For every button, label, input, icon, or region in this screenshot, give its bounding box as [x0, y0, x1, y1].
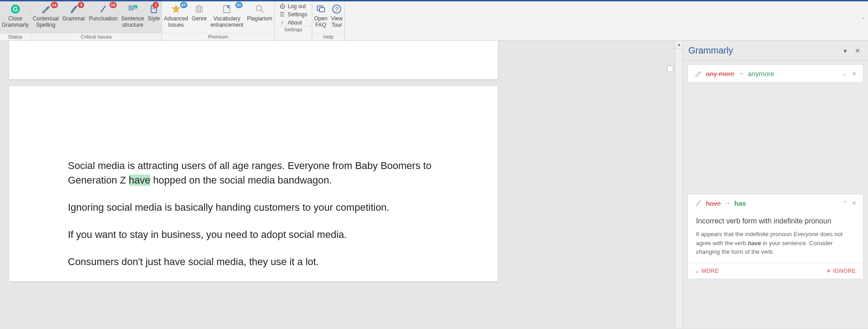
power-icon: ⏻ — [279, 3, 286, 10]
sliders-icon: ☰ — [279, 11, 286, 18]
document-text[interactable]: Social media is attracting users of all … — [68, 159, 439, 269]
vertical-scrollbar[interactable]: ▲ — [675, 41, 682, 328]
grammar-button[interactable]: 3 Grammar — [61, 1, 87, 33]
svg-line-15 — [261, 10, 263, 13]
workspace: Social media is attracting users of all … — [0, 41, 868, 328]
svg-text:✓: ✓ — [134, 5, 137, 9]
x-icon: ✕ — [826, 268, 831, 274]
group-label-status: Status — [0, 33, 30, 40]
svg-rect-4 — [129, 9, 134, 10]
about-button[interactable]: iAbout — [279, 19, 307, 26]
punctuation-button[interactable]: 15 Punctuation — [87, 1, 119, 33]
group-label-critical: Critical Issues — [31, 33, 162, 40]
previous-page — [9, 41, 498, 79]
bookmark-book-icon — [221, 4, 232, 15]
svg-line-2 — [101, 6, 105, 12]
svg-rect-12 — [200, 7, 202, 12]
document-page[interactable]: Social media is attracting users of all … — [9, 86, 498, 281]
close-grammarly-button[interactable]: G CloseGrammarly — [0, 1, 30, 33]
suggestion-title: Incorrect verb form with indefinite pron… — [696, 217, 855, 225]
highlighted-error[interactable]: have — [129, 174, 151, 186]
expand-icon[interactable]: ⌄ — [842, 70, 847, 77]
sentence-structure-button[interactable]: ✓ Sentencestructure — [119, 1, 146, 33]
badge: 47 — [180, 2, 187, 8]
suggestion-card-collapsed[interactable]: any more → anymore ⌄ ✕ — [687, 64, 863, 82]
page-marker[interactable] — [667, 66, 673, 72]
ignore-button[interactable]: ✕IGNORE — [826, 268, 856, 274]
collapse-icon[interactable]: ⌃ — [842, 200, 847, 207]
pencil-icon — [694, 69, 702, 77]
panel-menu-icon[interactable]: ▾ — [840, 46, 850, 56]
page-gutter — [666, 41, 675, 328]
original-text: have — [706, 199, 721, 207]
svg-rect-10 — [196, 6, 198, 12]
panel-close-icon[interactable]: ✕ — [853, 46, 863, 56]
dismiss-icon[interactable]: ✕ — [852, 200, 857, 207]
more-button[interactable]: ⌄MORE — [695, 268, 719, 274]
vocabulary-button[interactable]: 31 Vocabularyenhancement — [209, 1, 245, 33]
collapse-ribbon-icon[interactable]: ˆ — [863, 18, 864, 24]
panel-title: Grammarly — [688, 45, 837, 56]
grammarly-icon: G — [10, 4, 21, 15]
group-label-help: Help — [312, 33, 344, 40]
svg-text:?: ? — [335, 6, 339, 13]
suggestion-description: It appears that the indefinite pronoun E… — [696, 230, 855, 256]
badge: 14 — [51, 2, 58, 8]
genre-button[interactable]: Genre — [190, 1, 209, 33]
open-faq-button[interactable]: ? OpenFAQ — [312, 1, 329, 33]
group-label-premium: Premium — [162, 33, 274, 40]
suggestion-card-expanded: have → has ⌃ ✕ Incorrect verb form with … — [687, 194, 863, 279]
contextual-spelling-button[interactable]: 14 ContextualSpelling — [31, 1, 60, 33]
arrow-icon: → — [738, 70, 744, 77]
info-icon: i — [279, 19, 286, 26]
view-tour-button[interactable]: ? ViewTour — [329, 1, 344, 33]
svg-rect-18 — [320, 8, 324, 12]
group-label-settings: Settings — [275, 26, 312, 33]
grammarly-panel: Grammarly ▾ ✕ any more → anymore ⌄ ✕ hav… — [682, 41, 868, 328]
scroll-up-button[interactable]: ▲ — [675, 41, 682, 48]
quill-icon — [694, 199, 702, 207]
books-icon — [194, 4, 205, 15]
pen-icon — [40, 4, 51, 15]
settings-button[interactable]: ☰Settings — [279, 11, 307, 18]
plagiarism-button[interactable]: Plagiarism — [245, 1, 274, 33]
svg-rect-11 — [198, 5, 200, 12]
svg-point-14 — [256, 5, 262, 11]
style-button[interactable]: 1 Style — [146, 1, 162, 33]
magnify-icon — [254, 4, 265, 15]
structure-icon: ✓ — [127, 4, 138, 15]
logout-button[interactable]: ⏻Log out — [279, 3, 307, 10]
chevron-down-icon: ⌄ — [695, 268, 700, 274]
badge: 15 — [110, 2, 117, 8]
badge: 3 — [78, 2, 84, 8]
svg-text:G: G — [13, 5, 18, 13]
document-area: Social media is attracting users of all … — [0, 41, 682, 328]
advanced-issues-button[interactable]: 47 AdvancedIssues — [162, 1, 190, 33]
arrow-icon: → — [725, 199, 731, 207]
help-icon: ? — [331, 4, 342, 15]
badge: 31 — [235, 2, 243, 8]
suggested-text[interactable]: anymore — [748, 70, 774, 77]
faq-icon: ? — [315, 4, 326, 15]
panel-header: Grammarly ▾ ✕ — [683, 41, 868, 61]
dismiss-icon[interactable]: ✕ — [852, 70, 857, 77]
ribbon: G CloseGrammarly Status 14 ContextualSpe… — [0, 0, 868, 41]
slash-icon — [98, 4, 109, 15]
original-text: any more — [706, 70, 734, 77]
suggested-text[interactable]: has — [734, 199, 746, 207]
